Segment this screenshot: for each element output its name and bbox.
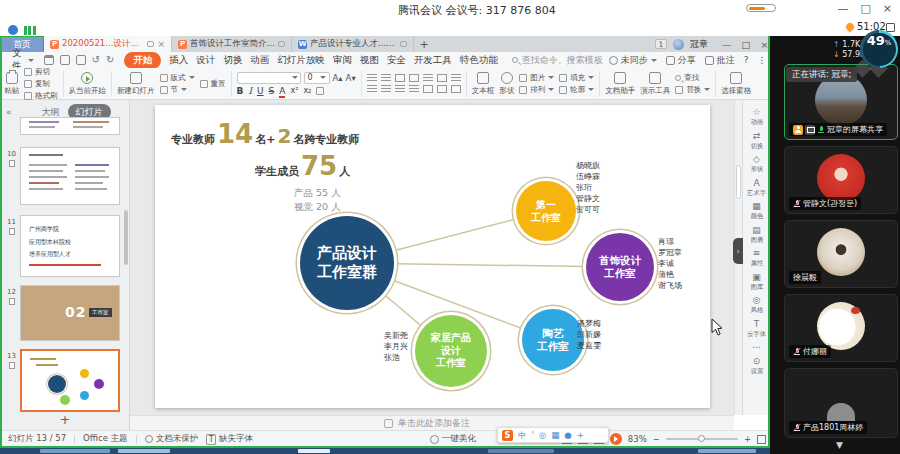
align-left-icon[interactable] bbox=[367, 85, 377, 93]
tool-transition[interactable]: ⇄切换 bbox=[750, 132, 764, 151]
panel-collapse-handle[interactable]: › bbox=[733, 238, 743, 264]
skin-icon[interactable]: ● bbox=[564, 431, 571, 440]
user-avatar[interactable] bbox=[673, 39, 684, 50]
panel-scrollbar[interactable] bbox=[124, 210, 128, 265]
chevron-down-icon[interactable] bbox=[28, 59, 34, 62]
underline-button[interactable]: U bbox=[257, 86, 264, 96]
align-bottom-icon[interactable] bbox=[451, 85, 461, 93]
keyboard-icon[interactable]: ▦ bbox=[551, 431, 559, 440]
italic-button[interactable]: I bbox=[248, 86, 252, 96]
taskbar-item[interactable] bbox=[40, 449, 110, 453]
tab-view[interactable]: 视图 bbox=[360, 54, 379, 67]
center-circle[interactable]: 产品设计 工作室群 bbox=[300, 216, 394, 310]
slide-thumbnail-12[interactable]: 02 工作室 bbox=[20, 285, 120, 341]
font-size-combobox[interactable]: 0 bbox=[304, 72, 330, 84]
number-list-icon[interactable] bbox=[381, 74, 391, 82]
tab-document-active[interactable]: P 20200521...设计专业方向介绍 × bbox=[44, 36, 172, 52]
indent-decrease-icon[interactable] bbox=[395, 74, 405, 82]
align-middle-icon[interactable] bbox=[437, 85, 447, 93]
zoom-out-button[interactable]: − bbox=[653, 434, 660, 444]
slide-thumbnail-partial[interactable] bbox=[20, 117, 120, 135]
line-spacing-icon[interactable] bbox=[423, 74, 433, 82]
meeting-toolbar-pill[interactable] bbox=[746, 4, 776, 12]
tool-chart[interactable]: ▤图表 bbox=[750, 226, 764, 245]
collapse-panel-icon[interactable]: « bbox=[6, 107, 12, 117]
tool-animation[interactable]: ☆动画 bbox=[750, 108, 764, 127]
tab-slideshow[interactable]: 幻灯片放映 bbox=[277, 54, 325, 67]
slide-thumbnail-11[interactable]: 广州商学院 应用型本科院校 培养应用型人才 bbox=[20, 215, 120, 277]
font-name-combobox[interactable] bbox=[237, 72, 301, 84]
tab-document-3[interactable]: W 产品设计专业人才...20200106 bbox=[292, 36, 414, 52]
zoom-in-button[interactable]: + bbox=[744, 434, 751, 444]
fill-button[interactable]: 填充 bbox=[559, 73, 594, 83]
minimize-icon[interactable]: — bbox=[837, 2, 848, 15]
slideshow-play-button[interactable] bbox=[610, 433, 622, 445]
wps-cloud-icon[interactable] bbox=[8, 25, 18, 35]
new-slide-button[interactable]: 新建幻灯片 bbox=[117, 72, 155, 96]
sync-status[interactable]: 未同步 bbox=[609, 54, 657, 67]
tab-start[interactable]: 开始 bbox=[124, 52, 161, 69]
shape-button[interactable]: 形状 bbox=[499, 72, 514, 96]
tool-settings[interactable]: ⊙设置 bbox=[750, 357, 764, 376]
language-mode-icon[interactable]: 中 bbox=[518, 431, 527, 440]
layout-button[interactable]: 版式 bbox=[160, 73, 195, 83]
format-painter-button[interactable]: 格式刷 bbox=[24, 91, 58, 101]
taskbar-item[interactable] bbox=[298, 449, 330, 453]
punctuation-icon[interactable]: ' bbox=[532, 431, 534, 440]
print-icon[interactable] bbox=[60, 55, 70, 65]
tab-animation[interactable]: 动画 bbox=[250, 54, 269, 67]
studio-circle-jewelry[interactable]: 首饰设计 工作室 bbox=[586, 233, 654, 301]
align-right-icon[interactable] bbox=[395, 85, 405, 93]
bullet-list-icon[interactable] bbox=[367, 74, 377, 82]
fit-slide-icon[interactable] bbox=[757, 435, 766, 444]
studio-circle-first[interactable]: 第一 工作室 bbox=[516, 181, 576, 241]
restore-icon[interactable]: □ bbox=[742, 39, 751, 50]
toolbox-icon[interactable]: + bbox=[577, 431, 584, 440]
reset-button[interactable]: 重置 bbox=[200, 79, 226, 89]
slide-counter[interactable]: 幻灯片 13 / 57 bbox=[8, 433, 66, 445]
tab-pin-icon[interactable] bbox=[400, 41, 407, 47]
zoom-slider-knob[interactable] bbox=[698, 435, 705, 442]
justify-icon[interactable] bbox=[409, 85, 419, 93]
participant-tile[interactable]: 徐晨毅 bbox=[784, 220, 898, 288]
present-tools-button[interactable]: 演示工具 bbox=[640, 72, 670, 96]
scrollbar-thumb[interactable] bbox=[736, 165, 741, 199]
strikethrough-button[interactable]: S bbox=[269, 86, 275, 96]
cut-button[interactable]: 剪切 bbox=[24, 67, 58, 77]
indent-increase-icon[interactable] bbox=[409, 74, 419, 82]
participant-tile[interactable]: 产品1801周林婷 bbox=[784, 368, 898, 438]
missing-font-status[interactable]: T缺失字体 bbox=[206, 433, 253, 445]
notification-badge[interactable]: 1 bbox=[655, 39, 667, 49]
taskbar-item[interactable] bbox=[118, 449, 170, 453]
taskbar-item[interactable] bbox=[698, 449, 756, 453]
save-icon[interactable] bbox=[44, 55, 54, 65]
tool-colors[interactable]: ▦颜色 bbox=[750, 202, 764, 221]
tab-devtools[interactable]: 开发工具 bbox=[414, 54, 452, 67]
zoom-value[interactable]: 83% bbox=[628, 434, 647, 444]
tab-pin-icon[interactable] bbox=[147, 41, 154, 47]
shrink-font-button[interactable]: A▾ bbox=[346, 73, 356, 83]
paste-button[interactable]: 粘贴 bbox=[4, 72, 19, 96]
command-search[interactable]: 查找命令、搜索模板 bbox=[512, 54, 603, 67]
more-menu-icon[interactable]: ⋮ bbox=[758, 55, 767, 65]
replace-button[interactable]: 替换 bbox=[675, 85, 710, 95]
tool-wordart[interactable]: A艺术字 bbox=[746, 179, 767, 198]
redo-icon[interactable]: ↻ bbox=[106, 55, 114, 65]
tab-design[interactable]: 设计 bbox=[196, 54, 215, 67]
more-participants-arrow[interactable]: ▼ bbox=[836, 440, 843, 450]
play-from-current-button[interactable]: 从当前开始 bbox=[69, 72, 107, 96]
preview-icon[interactable] bbox=[76, 55, 86, 65]
slide-canvas[interactable]: 专业教师 14 名+ 2 名跨专业教师 学生成员 75 人 产品 55 人 视觉… bbox=[155, 105, 710, 408]
share-button[interactable]: 分享 bbox=[666, 54, 696, 67]
tool-shapes[interactable]: ◇形状 bbox=[750, 155, 764, 174]
undo-icon[interactable]: ↺ bbox=[92, 55, 100, 65]
arrange-button[interactable]: 排列 bbox=[519, 85, 554, 95]
font-color-button[interactable]: A bbox=[279, 86, 285, 96]
new-tab-button[interactable]: + bbox=[414, 36, 434, 52]
superscript-button[interactable]: x² bbox=[290, 86, 298, 95]
maximize-icon[interactable]: □ bbox=[860, 2, 870, 15]
bold-button[interactable]: B bbox=[237, 86, 244, 96]
add-slide-button[interactable]: + bbox=[50, 412, 80, 427]
cpu-usage-ball[interactable]: 49 % bbox=[860, 30, 898, 68]
windows-taskbar[interactable] bbox=[0, 448, 770, 454]
